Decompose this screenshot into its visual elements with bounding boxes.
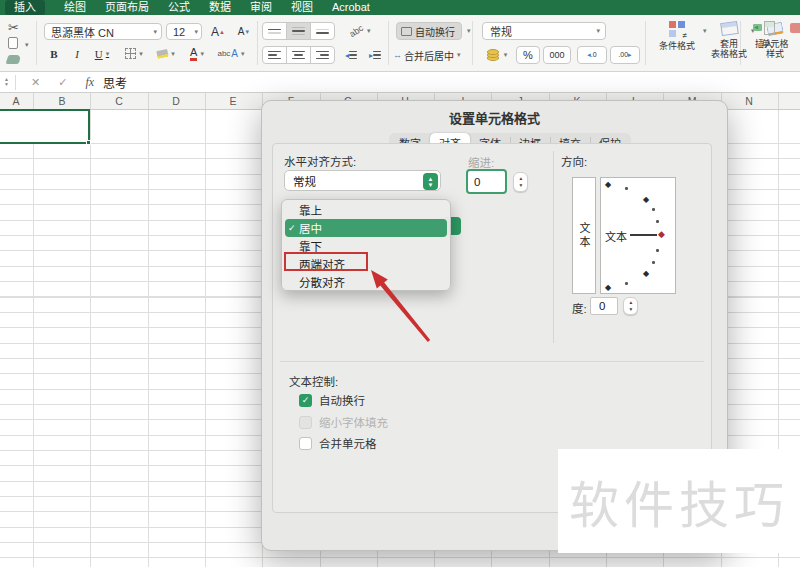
shrink-to-fit-checkbox-row: 缩小字体填充 (299, 414, 388, 430)
underline-button[interactable]: U ▾ (88, 45, 116, 62)
cell-styles-label-2: 样式 (752, 49, 798, 59)
chevron-down-icon: ▾ (596, 27, 600, 35)
cancel-entry-icon[interactable]: ✕ (31, 76, 40, 89)
align-center-button[interactable] (286, 46, 311, 64)
horizontal-align-select[interactable]: 常规 ▲▼ (284, 170, 441, 191)
group-divider (257, 21, 258, 65)
paste-dropdown-icon[interactable]: ▾ (25, 41, 29, 49)
chevron-down-icon: ▾ (504, 51, 508, 59)
ribbon-tab-review[interactable]: 审阅 (250, 0, 272, 15)
formula-input[interactable]: 思考 (103, 74, 127, 91)
merge-cells-checkbox-label: 合并单元格 (319, 435, 377, 451)
percent-style-button[interactable]: % (516, 46, 540, 64)
namebox-stepper[interactable]: ▲▼ (4, 77, 9, 87)
fill-color-button[interactable]: ▾ (152, 45, 180, 62)
font-color-icon: A (190, 47, 197, 61)
menu-item-top[interactable]: 靠上 (282, 201, 450, 219)
grow-font-button[interactable]: A ▲ (206, 23, 230, 40)
orientation-button[interactable]: abc ▾ (342, 22, 378, 40)
menu-item-center[interactable]: ✓ 居中 (285, 219, 447, 237)
align-bottom-button[interactable] (310, 22, 335, 40)
menu-item-distributed[interactable]: 分散对齐 (282, 273, 450, 291)
gauge-diamond: ◆ (643, 270, 649, 278)
decrease-decimal-icon: .00▸ (618, 50, 631, 60)
wrap-text-checkbox-row[interactable]: ✓ 自动换行 (299, 392, 365, 408)
ribbon-tab-draw[interactable]: 绘图 (64, 0, 86, 15)
column-header[interactable]: B (58, 95, 65, 107)
merge-center-button[interactable]: ↔ 合并后居中 ▾ (392, 46, 468, 64)
column-header[interactable]: A (12, 95, 19, 107)
confirm-entry-icon[interactable]: ✓ (58, 76, 67, 89)
chevron-down-icon: ▾ (153, 28, 157, 36)
gauge-dot (656, 249, 659, 252)
accounting-format-button[interactable]: ▾ (482, 46, 512, 64)
group-divider (645, 21, 646, 65)
fx-icon[interactable]: fx (85, 75, 94, 90)
column-header[interactable]: E (229, 95, 236, 107)
ribbon-tab-view[interactable]: 视图 (291, 0, 313, 15)
conditional-format-label: 条件格式 (655, 41, 699, 51)
increase-indent-button[interactable]: ▸ (364, 46, 386, 64)
increase-decimal-button[interactable]: ◂.0 (577, 46, 607, 64)
cut-icon[interactable]: ✂ (8, 20, 19, 35)
percent-label: % (523, 49, 533, 61)
orientation-gauge[interactable]: ◆ ◆ 文本 ◆ ◆ ◆ (600, 177, 676, 294)
down-icon: ▼ (244, 29, 250, 35)
insert-cells-button[interactable]: 插入 (745, 21, 783, 49)
section-divider (553, 151, 554, 343)
checkbox-unchecked-icon[interactable] (299, 437, 312, 450)
column-header[interactable]: C (115, 95, 123, 107)
align-left-button[interactable] (262, 46, 287, 64)
shrink-to-fit-checkbox-label: 缩小字体填充 (319, 414, 388, 430)
decrease-indent-button[interactable]: ◂ (340, 46, 362, 64)
indent-bars-icon (373, 51, 381, 60)
conditional-format-icon: ≠ (669, 21, 685, 37)
ribbon-tab-insert[interactable]: 插入 (5, 0, 45, 15)
coins-icon (487, 49, 501, 61)
font-size-select[interactable]: 12 ▾ (166, 23, 202, 40)
format-as-table-icon (720, 21, 739, 36)
delete-cells-icon[interactable] (790, 23, 800, 33)
group-divider (388, 21, 389, 65)
vertical-text-box[interactable]: 文本 (572, 177, 596, 294)
bold-button[interactable]: B (44, 45, 64, 62)
indent-input[interactable]: 0 (466, 169, 507, 194)
borders-button[interactable]: ▾ (120, 45, 148, 62)
column-header[interactable]: D (172, 95, 180, 107)
decrease-decimal-button[interactable]: .00▸ (610, 46, 640, 64)
checkbox-checked-icon[interactable]: ✓ (299, 394, 312, 407)
align-middle-button[interactable] (286, 22, 311, 40)
checkbox-disabled-icon (299, 416, 312, 429)
shrink-font-button[interactable]: A ▼ (232, 23, 256, 40)
comma-style-button[interactable]: 000 (543, 46, 571, 64)
number-format-select[interactable]: 常规 ▾ (482, 22, 606, 40)
indent-stepper[interactable]: ▲▼ (513, 172, 528, 192)
ribbon-tab-formulas[interactable]: 公式 (168, 0, 190, 15)
ribbon-tab-acrobat[interactable]: Acrobat (332, 0, 370, 15)
italic-button[interactable]: I (68, 45, 86, 62)
format-painter-icon[interactable] (6, 55, 22, 64)
divider (15, 75, 16, 90)
insert-cells-label: 插入 (745, 39, 783, 49)
degree-stepper[interactable]: ▲▼ (623, 297, 638, 315)
selected-cell[interactable] (0, 109, 90, 144)
column-header[interactable]: N (745, 95, 753, 107)
phonetic-guide-button[interactable]: abc A ▾ (214, 45, 248, 62)
ribbon-tab-data[interactable]: 数据 (209, 0, 231, 15)
italic-label: I (75, 48, 79, 60)
conditional-format-button[interactable]: ≠ 条件格式 (655, 21, 699, 51)
ribbon: ✂ ▾ 思源黑体 CN ▾ 12 ▾ A ▲ A ▼ B I U ▾ ▾ (0, 15, 800, 72)
wrap-dropdown-icon[interactable]: ▾ (467, 27, 471, 35)
fill-handle[interactable] (86, 140, 91, 145)
ribbon-tab-page-layout[interactable]: 页面布局 (105, 0, 149, 15)
paste-icon[interactable] (8, 37, 18, 49)
gauge-diamond: ◆ (605, 284, 611, 292)
font-name-select[interactable]: 思源黑体 CN ▾ (44, 23, 162, 40)
align-right-button[interactable] (310, 46, 335, 64)
font-color-button[interactable]: A ▾ (184, 45, 210, 62)
merge-icon: ↔ (393, 50, 402, 60)
merge-cells-checkbox-row[interactable]: 合并单元格 (299, 435, 377, 451)
degree-input[interactable]: 0 (590, 297, 618, 315)
align-top-button[interactable] (262, 22, 287, 40)
wrap-text-button[interactable]: 自动换行 (396, 22, 462, 40)
